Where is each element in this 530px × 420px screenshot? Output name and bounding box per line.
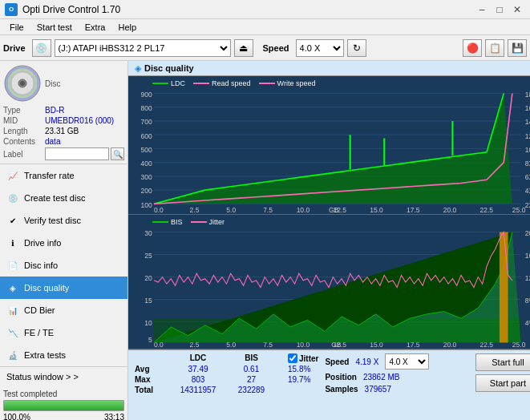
- samples-value: 379657: [365, 385, 391, 394]
- save-button[interactable]: 💾: [508, 39, 527, 57]
- menu-file[interactable]: File: [3, 21, 30, 34]
- svg-text:5.0: 5.0: [226, 206, 236, 214]
- svg-text:22.5: 22.5: [479, 206, 493, 214]
- jitter-checkbox[interactable]: [288, 353, 297, 363]
- progress-bar: [3, 400, 124, 411]
- disc-length-label: Length: [3, 127, 45, 135]
- menu-extra[interactable]: Extra: [79, 21, 112, 34]
- disc-mid-value: UMEBDR016 (000): [45, 116, 114, 125]
- disc-length-row: Length 23.31 GB: [3, 127, 124, 135]
- svg-text:20.0: 20.0: [443, 206, 457, 214]
- nav-create-test-disc[interactable]: 💿 Create test disc: [0, 187, 127, 209]
- minimize-button[interactable]: –: [474, 3, 490, 16]
- create-test-icon: 💿: [6, 192, 19, 204]
- main-area: Disc Type BD-R MID UMEBDR016 (000) Lengt…: [0, 61, 530, 420]
- drive-select[interactable]: (J:) ATAPI iHBS312 2 PL17: [55, 39, 231, 57]
- status-window-button[interactable]: Status window > >: [0, 367, 127, 386]
- svg-text:100: 100: [141, 201, 152, 209]
- sidebar: Disc Type BD-R MID UMEBDR016 (000) Lengt…: [0, 61, 128, 420]
- eject-button[interactable]: ⏏: [234, 39, 253, 57]
- svg-text:800: 800: [141, 104, 152, 112]
- app-title: Opti Drive Control 1.70: [22, 4, 120, 15]
- disc-label-label: Label: [3, 150, 45, 159]
- position-value: 23862 MB: [363, 373, 400, 382]
- svg-point-3: [20, 81, 25, 86]
- drive-label: Drive: [3, 43, 26, 53]
- svg-text:18X: 18X: [525, 91, 530, 99]
- start-part-button[interactable]: Start part: [475, 374, 530, 392]
- legend-ldc: LDC: [152, 79, 185, 87]
- progress-area: Test completed 100.0% 33:13: [0, 386, 127, 420]
- transfer-rate-icon: 📈: [6, 169, 19, 182]
- chart-header-title: Disc quality: [144, 63, 194, 73]
- menubar: File Start test Extra Help: [0, 19, 530, 35]
- speed-label: Speed: [325, 357, 349, 366]
- bis-color: [152, 221, 168, 223]
- svg-text:700: 700: [141, 118, 152, 126]
- avg-bis: 0.61: [229, 365, 273, 374]
- svg-text:8X: 8X: [525, 160, 530, 168]
- close-button[interactable]: ✕: [509, 3, 525, 16]
- menu-help[interactable]: Help: [111, 21, 143, 34]
- legend-bis: BIS: [152, 218, 183, 226]
- speed-select[interactable]: 4.0 X: [296, 39, 344, 57]
- jitter-color: [191, 221, 207, 223]
- chart1: LDC Read speed Write speed: [128, 76, 530, 215]
- chart2-legend: BIS Jitter: [152, 218, 225, 226]
- chart2-svg: 30 25 20 15 10 5 20% 16% 12% 8% 4% 0.0 2…: [128, 215, 530, 349]
- start-buttons: Start full Start part: [475, 353, 530, 392]
- svg-text:0.0: 0.0: [154, 206, 164, 214]
- settings-button1[interactable]: 🔴: [463, 39, 482, 57]
- stats-avg-row: Avg 37.49 0.61 15.8%: [135, 365, 318, 374]
- app-icon: O: [5, 3, 18, 16]
- nav-drive-info[interactable]: ℹ Drive info: [0, 232, 127, 254]
- disc-info-summary: Disc: [45, 79, 60, 88]
- start-full-button[interactable]: Start full: [475, 353, 530, 371]
- disc-info-rows: Type BD-R MID UMEBDR016 (000) Length 23.…: [3, 106, 124, 160]
- max-ldc: 803: [170, 375, 226, 384]
- nav-transfer-rate[interactable]: 📈 Transfer rate: [0, 164, 127, 187]
- stats-panel: LDC BIS Jitter Avg 37.49 0.61 15.8%: [128, 349, 530, 420]
- read-speed-color: [193, 83, 209, 84]
- progress-row: 100.0% 33:13: [3, 413, 124, 420]
- chart-header-icon: ◈: [135, 63, 141, 74]
- progress-percent: 100.0%: [3, 413, 30, 420]
- refresh-button[interactable]: ↻: [347, 39, 366, 57]
- settings-button2[interactable]: 📋: [485, 39, 504, 57]
- svg-text:30: 30: [144, 229, 152, 237]
- legend-read-speed: Read speed: [193, 79, 251, 87]
- nav-disc-info[interactable]: 📄 Disc info: [0, 254, 127, 277]
- stats-speed-select[interactable]: 4.0 X: [385, 353, 429, 370]
- chart2: BIS Jitter 30 25: [128, 215, 530, 349]
- maximize-button[interactable]: □: [492, 3, 508, 16]
- nav-disc-quality[interactable]: ◈ Disc quality: [0, 277, 127, 299]
- disc-label-button[interactable]: 🔍: [111, 147, 124, 160]
- progress-bar-fill: [4, 401, 123, 410]
- nav-extra-tests[interactable]: 🔬 Extra tests: [0, 344, 127, 366]
- samples-label: Samples: [325, 385, 358, 394]
- disc-type-row: Type BD-R: [3, 106, 124, 115]
- stats-speed-area: Speed 4.19 X 4.0 X Position 23862 MB Sam…: [325, 353, 469, 397]
- svg-text:2.5: 2.5: [190, 206, 200, 214]
- nav-verify-test-disc[interactable]: ✔ Verify test disc: [0, 209, 127, 232]
- nav-fe-te[interactable]: 📉 FE / TE: [0, 321, 127, 344]
- svg-text:5: 5: [148, 337, 152, 345]
- drive-icon-button[interactable]: 💿: [32, 39, 51, 57]
- stats-header-ldc: LDC: [170, 353, 226, 363]
- menu-start-test[interactable]: Start test: [30, 21, 79, 34]
- status-text: Test completed: [3, 390, 124, 398]
- stats-content: LDC BIS Jitter Avg 37.49 0.61 15.8%: [135, 353, 530, 397]
- svg-text:7.5: 7.5: [263, 206, 273, 214]
- nav-cd-bier[interactable]: 📊 CD Bier: [0, 299, 127, 321]
- stats-headers: LDC BIS Jitter: [135, 353, 318, 363]
- ldc-color: [152, 83, 168, 84]
- stats-header-bis: BIS: [229, 353, 273, 363]
- svg-text:16%: 16%: [525, 252, 530, 260]
- svg-text:10: 10: [144, 319, 152, 327]
- svg-text:16X: 16X: [525, 104, 530, 112]
- svg-text:300: 300: [141, 173, 152, 181]
- disc-header: Disc: [3, 64, 124, 103]
- chart1-legend: LDC Read speed Write speed: [152, 79, 315, 87]
- cd-bier-icon: 📊: [6, 304, 19, 317]
- disc-label-input[interactable]: [45, 147, 109, 160]
